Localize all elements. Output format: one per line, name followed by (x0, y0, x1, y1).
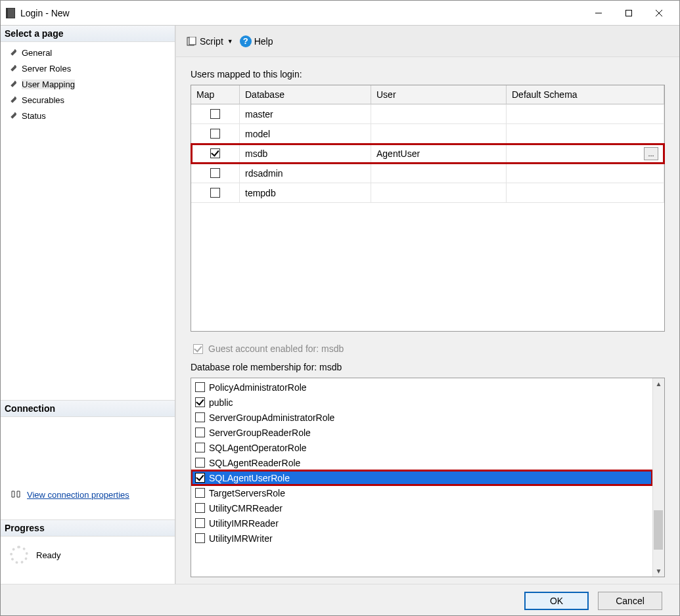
wrench-icon (9, 95, 18, 104)
progress-spinner-icon (10, 546, 28, 564)
role-item[interactable]: ServerGroupAdministratorRole (191, 410, 652, 425)
cell-default-schema (507, 124, 664, 144)
cell-database: rdsadmin (240, 164, 371, 183)
role-name: ServerGroupReaderRole (209, 428, 311, 438)
col-default-schema[interactable]: Default Schema (507, 85, 664, 104)
map-checkbox[interactable] (210, 109, 220, 119)
view-connection-properties[interactable]: View connection properties (10, 489, 168, 500)
cell-user (371, 124, 507, 144)
svg-rect-5 (189, 37, 196, 45)
role-name: UtilityCMRReader (209, 503, 283, 514)
help-button[interactable]: ? Help (240, 35, 273, 47)
role-checkbox[interactable] (195, 458, 205, 468)
role-name: UtilityIMRWriter (209, 533, 273, 544)
role-checkbox[interactable] (195, 503, 205, 513)
role-checkbox[interactable] (195, 412, 205, 422)
role-item[interactable]: SQLAgentUserRole (191, 470, 652, 485)
roles-scrollbar[interactable]: ▲ ▼ (652, 378, 664, 577)
cell-default-schema: ... (507, 144, 664, 164)
role-item[interactable]: SQLAgentOperatorRole (191, 440, 652, 455)
window-buttons (583, 1, 674, 25)
cancel-button[interactable]: Cancel (598, 592, 662, 610)
ok-button[interactable]: OK (524, 592, 589, 610)
wrench-icon (9, 64, 18, 73)
connection-properties-link[interactable]: View connection properties (27, 490, 129, 500)
cell-default-schema (507, 164, 664, 183)
map-checkbox[interactable] (210, 148, 220, 158)
role-item[interactable]: public (191, 395, 652, 410)
table-row[interactable]: tempdb (191, 183, 664, 203)
wrench-icon (9, 79, 18, 89)
role-checkbox[interactable] (195, 382, 205, 392)
guest-checkbox (193, 344, 203, 354)
select-page-header: Select a page (1, 26, 175, 42)
progress-status: Ready (36, 550, 61, 560)
users-mapped-label: Users mapped to this login: (191, 69, 665, 79)
guest-account-row: Guest account enabled for: msdb (193, 343, 665, 354)
table-row[interactable]: rdsadmin (191, 164, 664, 183)
map-checkbox[interactable] (210, 168, 220, 178)
script-button[interactable]: Script ▼ (187, 36, 233, 47)
role-name: PolicyAdministratorRole (209, 382, 307, 393)
minimize-button[interactable] (583, 1, 614, 25)
role-item[interactable]: SQLAgentReaderRole (191, 455, 652, 470)
role-checkbox[interactable] (195, 443, 205, 452)
table-row[interactable]: model (191, 124, 664, 144)
sidebar-item-user-mapping[interactable]: User Mapping (6, 76, 175, 92)
scroll-thumb[interactable] (654, 510, 663, 550)
cell-default-schema (507, 104, 664, 124)
role-item[interactable]: UtilityIMRReader (191, 516, 652, 531)
cell-user: AgentUser (371, 144, 507, 164)
table-row[interactable]: master (191, 104, 664, 124)
sidebar: Select a page GeneralServer RolesUser Ma… (1, 26, 175, 584)
role-checkbox[interactable] (195, 428, 205, 437)
role-name: UtilityIMRReader (209, 518, 279, 529)
map-checkbox[interactable] (210, 188, 220, 198)
connection-icon (10, 489, 22, 500)
app-icon (6, 8, 15, 18)
role-checkbox[interactable] (195, 488, 205, 498)
window-title: Login - New (20, 8, 583, 18)
table-row[interactable]: msdbAgentUser... (191, 144, 664, 164)
role-item[interactable]: TargetServersRole (191, 485, 652, 500)
chevron-down-icon: ▼ (227, 38, 233, 45)
role-item[interactable]: PolicyAdministratorRole (191, 380, 652, 395)
script-icon (187, 37, 197, 46)
col-database[interactable]: Database (240, 85, 371, 104)
role-name: SQLAgentReaderRole (209, 458, 300, 468)
role-checkbox[interactable] (195, 533, 205, 543)
guest-label: Guest account enabled for: msdb (208, 343, 344, 354)
sidebar-item-securables[interactable]: Securables (6, 92, 175, 108)
cell-default-schema (507, 183, 664, 203)
browse-schema-button[interactable]: ... (644, 147, 658, 160)
col-map[interactable]: Map (191, 85, 240, 104)
cell-database: model (240, 124, 371, 144)
connection-header: Connection (1, 401, 175, 417)
role-checkbox[interactable] (195, 397, 205, 407)
role-checkbox[interactable] (195, 473, 205, 483)
help-icon: ? (240, 35, 252, 47)
sidebar-item-server-roles[interactable]: Server Roles (6, 60, 175, 76)
role-item[interactable]: UtilityIMRWriter (191, 531, 652, 546)
close-button[interactable] (644, 1, 674, 25)
role-name: SQLAgentOperatorRole (209, 443, 307, 453)
roles-listbox[interactable]: PolicyAdministratorRolepublicServerGroup… (191, 378, 665, 577)
col-user[interactable]: User (371, 85, 507, 104)
maximize-button[interactable] (614, 1, 644, 25)
role-name: SQLAgentUserRole (209, 473, 290, 483)
grid-header: Map Database User Default Schema (191, 85, 664, 104)
role-item[interactable]: ServerGroupReaderRole (191, 425, 652, 440)
page-list: GeneralServer RolesUser MappingSecurable… (1, 42, 175, 130)
scroll-up-icon[interactable]: ▲ (656, 380, 662, 387)
role-item[interactable]: UtilityCMRReader (191, 500, 652, 516)
mapping-grid[interactable]: Map Database User Default Schema masterm… (191, 85, 665, 332)
role-checkbox[interactable] (195, 518, 205, 528)
sidebar-item-status[interactable]: Status (6, 108, 175, 123)
map-checkbox[interactable] (210, 129, 220, 139)
cell-user (371, 183, 507, 203)
wrench-icon (9, 48, 18, 57)
svg-rect-1 (626, 10, 632, 16)
scroll-down-icon[interactable]: ▼ (656, 567, 662, 575)
cell-database: msdb (240, 144, 371, 164)
sidebar-item-general[interactable]: General (6, 45, 175, 60)
